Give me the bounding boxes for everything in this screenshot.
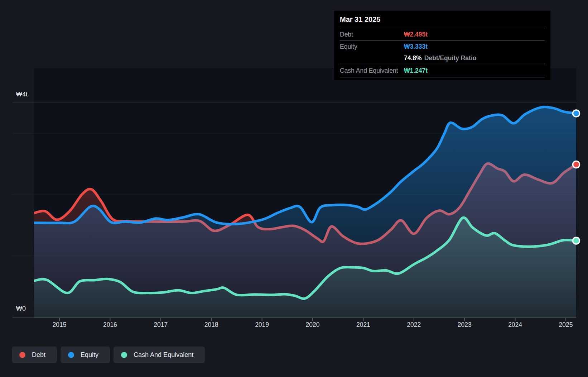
- x-axis-label: 2022: [407, 321, 421, 328]
- x-axis-label: 2018: [204, 321, 218, 328]
- x-axis-label: 2024: [508, 321, 522, 328]
- cash-and-equivalent-end-marker[interactable]: [573, 237, 580, 244]
- tooltip-ratio-value: 74.8%: [404, 54, 422, 62]
- legend-debt-label: Debt: [32, 351, 45, 359]
- x-axis-label: 2020: [306, 321, 320, 328]
- x-axis-label: 2023: [458, 321, 472, 328]
- x-axis-label: 2019: [255, 321, 269, 328]
- tooltip-ratio-label: Debt/Equity Ratio: [424, 54, 477, 62]
- tooltip-divider: [340, 77, 545, 77]
- tooltip-equity-value: ₩3.333t: [404, 43, 428, 51]
- x-axis-label: 2025: [559, 321, 573, 328]
- legend-item-debt[interactable]: Debt: [12, 347, 57, 363]
- x-axis-label: 2016: [103, 321, 117, 328]
- tooltip-debt-value: ₩2.495t: [404, 31, 428, 38]
- x-axis-label: 2015: [53, 321, 67, 328]
- debt-dot-icon: [19, 352, 25, 358]
- cash-dot-icon: [121, 352, 127, 358]
- tooltip: Mar 31 2025 Debt ₩2.495t Equity ₩3.333t …: [334, 11, 550, 80]
- tooltip-row-debt: Debt ₩2.495t: [340, 28, 545, 40]
- tooltip-ratio: 74.8%Debt/Equity Ratio: [404, 54, 476, 62]
- tooltip-cash-value: ₩1.247t: [404, 67, 428, 75]
- debt-end-marker[interactable]: [573, 161, 580, 168]
- tooltip-row-equity: Equity ₩3.333t: [340, 41, 545, 53]
- page: 2015201620172018201920202021202220232024…: [0, 0, 588, 377]
- x-axis-label: 2017: [154, 321, 168, 328]
- x-axis-labels: 2015201620172018201920202021202220232024…: [53, 318, 573, 328]
- legend-item-equity[interactable]: Equity: [61, 347, 110, 363]
- equity-dot-icon: [68, 352, 74, 358]
- legend-cash-label: Cash And Equivalent: [134, 351, 193, 359]
- x-axis-label: 2021: [356, 321, 370, 328]
- tooltip-row-cash: Cash And Equivalent ₩1.247t: [340, 64, 545, 77]
- y-axis-label-zero: ₩0: [16, 305, 26, 312]
- legend: Debt Equity Cash And Equivalent: [12, 347, 208, 363]
- legend-equity-label: Equity: [81, 351, 98, 359]
- legend-item-cash[interactable]: Cash And Equivalent: [114, 347, 205, 363]
- tooltip-date: Mar 31 2025: [340, 11, 545, 28]
- tooltip-equity-label: Equity: [340, 43, 404, 51]
- tooltip-debt-label: Debt: [340, 31, 404, 38]
- equity-end-marker[interactable]: [573, 110, 580, 117]
- tooltip-row-ratio: 74.8%Debt/Equity Ratio: [340, 53, 545, 64]
- y-axis-label-top: ₩4t: [16, 91, 28, 98]
- tooltip-cash-label: Cash And Equivalent: [340, 67, 404, 75]
